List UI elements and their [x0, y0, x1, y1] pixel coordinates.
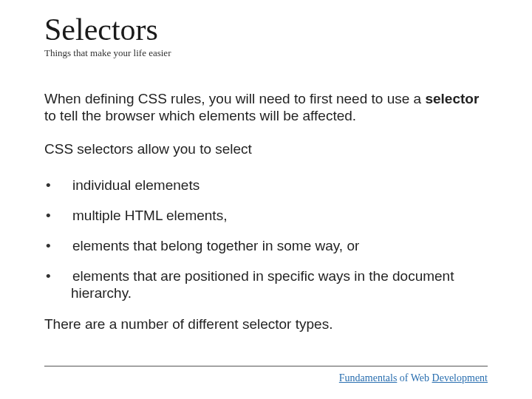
- footer-word: Development: [432, 372, 488, 383]
- intro-text-bold: selector: [425, 91, 479, 106]
- footer-word: of Web: [397, 372, 432, 383]
- divider: [44, 366, 488, 366]
- bullet-list: individual elemenets multiple HTML eleme…: [44, 170, 488, 309]
- list-item: elements that are positioned in specific…: [44, 261, 488, 308]
- slide-subtitle: Things that make your life easier: [44, 47, 488, 59]
- lead-line: CSS selectors allow you to select: [44, 140, 488, 157]
- intro-paragraph: When defining CSS rules, you will need t…: [44, 90, 488, 124]
- footer-word: Fundamentals: [339, 372, 398, 383]
- intro-text-pre: When defining CSS rules, you will need t…: [44, 91, 425, 106]
- slide: Selectors Things that make your life eas…: [0, 0, 532, 399]
- list-item: elements that belong together in some wa…: [44, 231, 488, 261]
- slide-title: Selectors: [44, 13, 488, 46]
- footer-text: Fundamentals of Web Development: [339, 372, 488, 384]
- closing-line: There are a number of different selector…: [44, 316, 488, 332]
- list-item: multiple HTML elements,: [44, 200, 488, 231]
- list-item: individual elemenets: [44, 170, 488, 200]
- intro-text-post: to tell the browser which elements will …: [44, 108, 356, 123]
